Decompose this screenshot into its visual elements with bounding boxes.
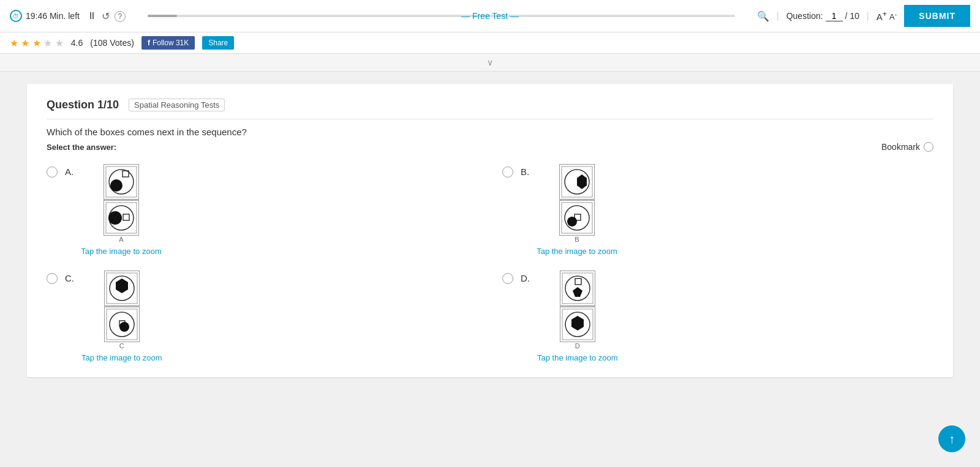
star-3: ★ bbox=[32, 38, 41, 48]
pause-button[interactable]: ⏸ bbox=[87, 10, 97, 21]
question-text: Which of the boxes comes next in the seq… bbox=[47, 127, 933, 137]
question-nav: Question: / 10 bbox=[786, 11, 859, 21]
fb-follow-label: Follow 31K bbox=[153, 39, 189, 47]
question-title: Question 1/10 bbox=[47, 99, 119, 111]
question-card: Question 1/10 Spatial Reasoning Tests Wh… bbox=[27, 84, 953, 377]
select-label: Select the answer: bbox=[47, 143, 116, 152]
option-label-d: D. bbox=[521, 273, 530, 283]
bookmark-label: Bookmark bbox=[881, 142, 920, 152]
star-rating: ★ ★ ★ ★ ★ bbox=[10, 37, 64, 49]
answer-a-images: A bbox=[104, 164, 139, 243]
star-5: ★ bbox=[55, 38, 64, 48]
answer-option-a: A. bbox=[47, 164, 478, 256]
answer-d-top-image[interactable] bbox=[560, 271, 595, 306]
bookmark-icon bbox=[924, 142, 933, 152]
option-content-b: B Tap the image to zoom bbox=[537, 164, 617, 256]
question-header: Question 1/10 Spatial Reasoning Tests bbox=[47, 99, 933, 111]
font-increase-button[interactable]: A+ bbox=[876, 10, 887, 22]
rating-votes: (108 Votes) bbox=[90, 38, 134, 48]
top-right-controls: 🔍 | Question: / 10 | A+ A- SUBMIT bbox=[757, 5, 970, 27]
second-bar: ★ ★ ★ ★ ★ 4.6 (108 Votes) f Follow 31K S… bbox=[0, 32, 980, 54]
question-label: Question: bbox=[786, 11, 823, 21]
submit-button[interactable]: SUBMIT bbox=[904, 5, 970, 27]
star-1: ★ bbox=[10, 38, 18, 48]
svg-point-14 bbox=[567, 217, 577, 226]
star-2: ★ bbox=[21, 38, 29, 48]
rating-score: 4.6 bbox=[71, 38, 83, 48]
option-content-d: D Tap the image to zoom bbox=[537, 271, 618, 362]
answer-d-images: D bbox=[560, 271, 595, 349]
answer-b-letter: B bbox=[575, 236, 579, 243]
question-number-input[interactable] bbox=[826, 11, 843, 21]
answer-meta-row: Select the answer: Bookmark bbox=[47, 142, 933, 152]
answer-c-images: C bbox=[104, 271, 140, 349]
radio-c[interactable] bbox=[47, 273, 58, 284]
answer-a-top-image[interactable] bbox=[104, 164, 139, 200]
answer-c-top-image[interactable] bbox=[104, 271, 140, 306]
option-content-a: A Tap the image to zoom bbox=[81, 164, 162, 256]
answer-option-b: B. bbox=[502, 164, 933, 256]
fb-icon: f bbox=[148, 39, 150, 47]
answer-a-bottom-image[interactable] bbox=[104, 200, 139, 236]
answer-b-bottom-image[interactable] bbox=[559, 200, 595, 236]
header-divider bbox=[47, 119, 933, 119]
controls: ⏸ ↺ ? bbox=[87, 10, 126, 22]
answer-c-bottom-image[interactable] bbox=[104, 307, 140, 342]
svg-point-21 bbox=[119, 322, 129, 332]
timer-icon: ⏱ bbox=[10, 10, 22, 22]
option-content-c: C Tap the image to zoom bbox=[81, 271, 162, 362]
zoom-link-a[interactable]: Tap the image to zoom bbox=[81, 247, 162, 256]
star-4: ★ bbox=[43, 38, 52, 48]
answer-c-letter: C bbox=[119, 342, 124, 349]
bookmark-button[interactable]: Bookmark bbox=[881, 142, 933, 152]
answer-option-d: D. bbox=[502, 271, 933, 362]
answers-grid: A. bbox=[47, 164, 933, 362]
share-button[interactable]: Share bbox=[202, 36, 234, 50]
category-badge: Spatial Reasoning Tests bbox=[129, 99, 225, 111]
option-label-b: B. bbox=[521, 166, 529, 177]
svg-point-6 bbox=[108, 211, 122, 225]
answer-b-images: B bbox=[559, 164, 595, 243]
help-button[interactable]: ? bbox=[115, 10, 126, 22]
answer-d-bottom-image[interactable] bbox=[560, 307, 595, 342]
font-decrease-button[interactable]: A- bbox=[889, 10, 897, 21]
answer-a-letter: A bbox=[119, 236, 123, 243]
font-size-controls: A+ A- bbox=[876, 10, 897, 22]
progress-bar bbox=[148, 15, 735, 17]
svg-rect-11 bbox=[562, 203, 592, 233]
zoom-link-b[interactable]: Tap the image to zoom bbox=[537, 247, 617, 256]
answer-option-c: C. bbox=[47, 271, 478, 362]
chevron-bar[interactable]: ∨ bbox=[0, 54, 980, 72]
zoom-link-c[interactable]: Tap the image to zoom bbox=[81, 353, 162, 362]
timer-display: ⏱ 19:46 Min. left bbox=[10, 10, 80, 22]
question-separator: / bbox=[845, 11, 848, 21]
radio-d[interactable] bbox=[502, 273, 513, 284]
radio-b[interactable] bbox=[502, 166, 513, 177]
top-bar: ⏱ 19:46 Min. left ⏸ ↺ ? — Free Test — 🔍 … bbox=[0, 0, 980, 32]
facebook-follow-button[interactable]: f Follow 31K bbox=[141, 36, 195, 50]
option-label-c: C. bbox=[65, 273, 74, 283]
zoom-link-d[interactable]: Tap the image to zoom bbox=[537, 353, 618, 362]
svg-point-3 bbox=[110, 179, 123, 192]
search-button[interactable]: 🔍 bbox=[757, 10, 769, 22]
option-label-a: A. bbox=[65, 166, 74, 177]
main-content: Question 1/10 Spatial Reasoning Tests Wh… bbox=[12, 72, 968, 389]
chevron-down-icon: ∨ bbox=[487, 58, 493, 67]
reset-button[interactable]: ↺ bbox=[102, 10, 110, 22]
progress-fill bbox=[148, 15, 177, 17]
radio-a[interactable] bbox=[47, 166, 58, 177]
timer-text: 19:46 Min. left bbox=[26, 11, 80, 21]
question-total: 10 bbox=[850, 11, 860, 21]
free-test-label: — Free Test — bbox=[461, 11, 519, 21]
answer-b-top-image[interactable] bbox=[559, 164, 595, 200]
answer-d-letter: D bbox=[575, 342, 580, 349]
